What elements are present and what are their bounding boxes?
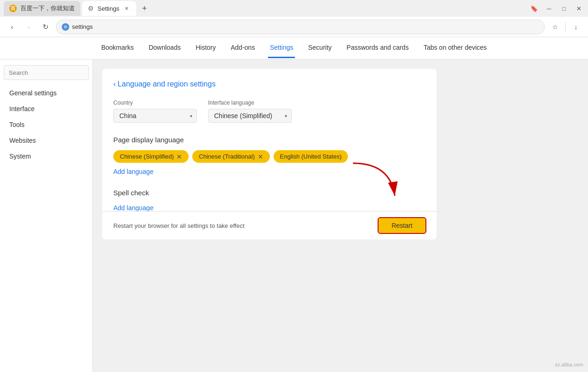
content-area: ‹ Language and region settings Country C… — [93, 60, 588, 372]
address-text: settings — [72, 23, 93, 30]
country-label: Country — [113, 100, 197, 106]
region-row: Country China ▾ Interface language Chine… — [113, 100, 425, 123]
tab-passwords[interactable]: Passwords and cards — [345, 38, 411, 58]
interface-language-field-group: Interface language Chinese (Simplified) … — [208, 100, 292, 123]
forward-button[interactable]: › — [22, 20, 35, 33]
maximize-icon[interactable]: □ — [558, 3, 569, 14]
spell-add-language-link[interactable]: Add language — [113, 204, 425, 212]
page-display-language-title: Page display language — [113, 136, 425, 144]
tab-history[interactable]: History — [194, 38, 218, 58]
spell-check-title: Spell check — [113, 189, 425, 197]
sidebar-item-interface[interactable]: Interface — [4, 101, 89, 116]
lang-tag-simplified-label: Chinese (Simplified) — [120, 153, 174, 160]
tab-addons[interactable]: Add-ons — [229, 38, 257, 58]
address-favicon: ⚙ — [62, 23, 69, 31]
lang-tag-simplified-remove[interactable]: ✕ — [176, 153, 182, 160]
minimize-icon[interactable]: ─ — [543, 3, 555, 14]
settings-card: ‹ Language and region settings Country C… — [102, 69, 437, 239]
sidebar: General settings Interface Tools Website… — [0, 60, 93, 372]
download-icon[interactable]: ↓ — [569, 20, 582, 33]
lang-tag-traditional: Chinese (Traditional) ✕ — [192, 150, 269, 163]
back-link-label: Language and region settings — [118, 80, 216, 88]
titlebar: 百 百度一下，你就知道 ⚙ Settings ✕ + 🔖 ─ □ ✕ — [0, 0, 588, 17]
baidu-favicon: 百 — [9, 5, 17, 12]
tab-baidu[interactable]: 百 百度一下，你就知道 — [4, 1, 80, 16]
country-select-wrapper: China ▾ — [113, 109, 197, 123]
language-tags: Chinese (Simplified) ✕ Chinese (Traditio… — [113, 150, 425, 163]
titlebar-controls: 🔖 ─ □ ✕ — [529, 3, 584, 14]
back-chevron-icon: ‹ — [113, 80, 116, 88]
restart-button[interactable]: Restart — [379, 218, 425, 233]
sidebar-item-websites[interactable]: Websites — [4, 133, 89, 148]
add-language-link-display[interactable]: Add language — [113, 168, 153, 175]
search-input[interactable] — [4, 65, 89, 80]
interface-language-select[interactable]: Chinese (Simplified) — [208, 109, 292, 123]
watermark: xz.aliba.com — [555, 362, 583, 367]
interface-language-label: Interface language — [208, 100, 292, 106]
tab-bookmarks[interactable]: Bookmarks — [99, 38, 136, 58]
lang-tag-traditional-label: Chinese (Traditional) — [199, 153, 255, 160]
sidebar-item-system[interactable]: System — [4, 149, 89, 164]
close-tab-icon[interactable]: ✕ — [123, 5, 131, 12]
new-tab-button[interactable]: + — [138, 2, 151, 15]
tab-settings[interactable]: ⚙ Settings ✕ — [82, 1, 136, 16]
bookmark-icon[interactable]: 🔖 — [529, 3, 540, 14]
sidebar-item-tools[interactable]: Tools — [4, 117, 89, 132]
tab-baidu-label: 百度一下，你就知道 — [20, 4, 75, 13]
sidebar-item-general[interactable]: General settings — [4, 86, 89, 100]
refresh-button[interactable]: ↻ — [39, 20, 52, 33]
tab-settings-label: Settings — [98, 5, 119, 12]
lang-tag-traditional-remove[interactable]: ✕ — [258, 153, 263, 160]
tab-security[interactable]: Security — [306, 38, 333, 58]
tab-downloads[interactable]: Downloads — [147, 38, 183, 58]
restart-bar: Restart your browser for all settings to… — [102, 211, 437, 239]
tab-settings-nav[interactable]: Settings — [268, 38, 295, 58]
tab-other-devices[interactable]: Tabs on other devices — [422, 38, 489, 58]
back-button[interactable]: ‹ — [6, 20, 19, 33]
toolbar-right: ☆ ↓ — [549, 20, 582, 33]
country-select[interactable]: China — [113, 109, 197, 123]
country-field-group: Country China ▾ — [113, 100, 197, 123]
lang-tag-english-label: English (United States) — [280, 153, 342, 160]
gear-icon: ⚙ — [88, 5, 94, 12]
interface-language-select-wrapper: Chinese (Simplified) ▾ — [208, 109, 292, 123]
browser-toolbar: ‹ › ↻ ⚙ settings ☆ ↓ — [0, 17, 588, 37]
back-link[interactable]: ‹ Language and region settings — [113, 80, 425, 88]
bookmark-page-icon[interactable]: ☆ — [549, 20, 562, 33]
toolbar-separator — [565, 22, 566, 32]
restart-message: Restart your browser for all settings to… — [113, 222, 244, 229]
lang-tag-english: English (United States) — [274, 150, 348, 163]
address-bar[interactable]: ⚙ settings — [56, 20, 545, 34]
main-layout: General settings Interface Tools Website… — [0, 60, 588, 372]
window-close-icon[interactable]: ✕ — [573, 3, 584, 14]
lang-tag-simplified: Chinese (Simplified) ✕ — [113, 150, 189, 163]
nav-tabs: Bookmarks Downloads History Add-ons Sett… — [0, 37, 588, 60]
